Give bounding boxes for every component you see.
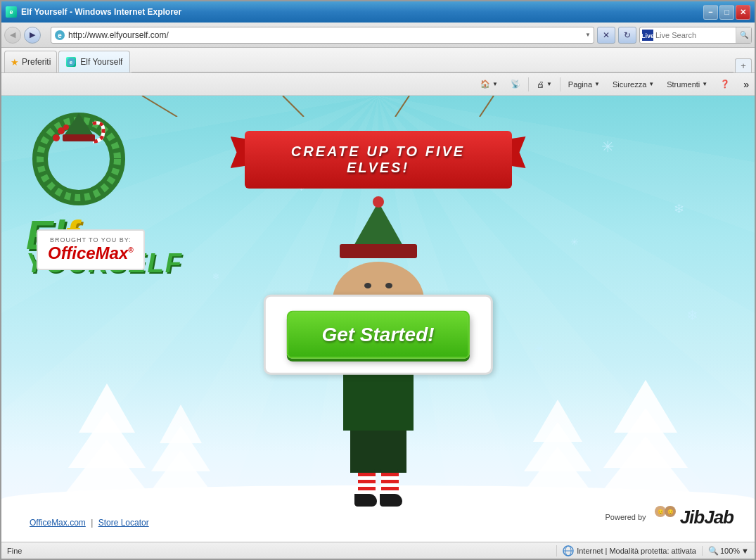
browser-tab[interactable]: e Elf Yourself bbox=[58, 51, 130, 72]
feeds-button[interactable]: 📡 bbox=[506, 77, 525, 91]
zone-text: Internet | Modalità protetta: attivata bbox=[577, 547, 696, 555]
svg-text:😊: 😊 bbox=[657, 509, 663, 515]
elf-eyes bbox=[364, 283, 392, 288]
elf-eye-left bbox=[364, 283, 371, 288]
svg-line-8 bbox=[395, 96, 409, 117]
jibjab-characters-icon: 😊 😊 bbox=[651, 503, 679, 531]
snowflake-3: ✳ bbox=[601, 138, 614, 156]
svg-line-7 bbox=[283, 96, 304, 117]
elf-sock-right bbox=[381, 473, 399, 494]
svg-text:😊: 😊 bbox=[667, 509, 673, 515]
svg-text:Live: Live bbox=[642, 32, 653, 39]
zoom-level: 100% bbox=[720, 547, 740, 555]
elf-shoe-left bbox=[354, 494, 377, 507]
title-bar-controls: − □ ✕ bbox=[703, 5, 750, 20]
powered-by-label: Powered by bbox=[606, 513, 646, 521]
title-bar: e Elf Yourself - Windows Internet Explor… bbox=[1, 1, 755, 23]
address-bar[interactable]: e ▼ bbox=[51, 27, 594, 44]
help-button[interactable]: ❓ bbox=[715, 77, 735, 91]
status-zone: Internet | Modalità protetta: attivata bbox=[556, 545, 696, 556]
jibjab-area: Powered by 😊 😊 JibJab bbox=[606, 503, 733, 531]
star-icon: ★ bbox=[11, 57, 19, 68]
navigation-bar: ◀ ▶ e ▼ ✕ ↻ Live 🔍 bbox=[1, 23, 755, 48]
elf-eye-right bbox=[385, 283, 392, 288]
content-area: ✳ ❄ ✳ ❄ ✳ ❄ ❄ ✳ bbox=[1, 96, 755, 542]
address-favicon: e bbox=[54, 30, 65, 41]
elf-shoes bbox=[354, 494, 402, 507]
new-tab-button[interactable]: + bbox=[735, 58, 752, 72]
jibjab-logo-text: JibJab bbox=[680, 507, 733, 528]
address-input[interactable] bbox=[68, 30, 582, 40]
favorites-label: Preferiti bbox=[22, 57, 51, 67]
live-search-icon: Live bbox=[640, 27, 655, 43]
get-started-button[interactable]: Get Started! bbox=[286, 311, 469, 359]
footer-links: OfficeMax.com | Store Locator bbox=[30, 518, 149, 528]
banner-text: CREATE UP TO FIVE ELVES! bbox=[245, 131, 512, 189]
ribbon-container: CREATE UP TO FIVE ELVES! bbox=[245, 131, 512, 189]
get-started-frame: Get Started! bbox=[263, 295, 492, 375]
back-button[interactable]: ◀ bbox=[4, 27, 21, 44]
elf-sock-left bbox=[358, 473, 376, 494]
registered-mark: ® bbox=[128, 246, 133, 254]
minimize-button[interactable]: − bbox=[703, 5, 718, 20]
svg-rect-16 bbox=[63, 134, 95, 141]
officemax-link[interactable]: OfficeMax.com bbox=[30, 518, 86, 528]
status-text: Fine bbox=[7, 547, 556, 555]
address-dropdown-icon[interactable]: ▼ bbox=[585, 32, 591, 38]
snowflake-8: ✳ bbox=[534, 342, 544, 355]
elf-hat bbox=[336, 202, 421, 265]
forward-button[interactable]: ▶ bbox=[24, 27, 41, 44]
page-button[interactable]: Pagina ▼ bbox=[563, 77, 605, 91]
wreath-svg bbox=[23, 110, 135, 222]
status-right: Internet | Modalità protetta: attivata 🔍… bbox=[556, 545, 749, 556]
tools-button[interactable]: Strumenti ▼ bbox=[662, 77, 712, 91]
favorites-button[interactable]: ★ Preferiti bbox=[4, 51, 57, 72]
svg-line-9 bbox=[480, 96, 494, 117]
status-zoom[interactable]: 🔍 100% ▼ bbox=[702, 546, 749, 556]
globe-icon bbox=[563, 545, 574, 556]
toolbar-expand-button[interactable]: » bbox=[743, 79, 749, 90]
status-bar: Fine Internet | Modalità protetta: attiv… bbox=[1, 542, 755, 559]
search-input[interactable] bbox=[655, 31, 736, 39]
elf-legs bbox=[350, 431, 406, 473]
hat-pom bbox=[373, 196, 384, 208]
search-go-button[interactable]: 🔍 bbox=[736, 27, 751, 43]
search-bar[interactable]: Live 🔍 bbox=[639, 27, 752, 44]
tree-right-1 bbox=[593, 380, 698, 503]
officemax-box: BROUGHT TO YOU BY: OfficeMax® bbox=[37, 229, 145, 270]
snowflake-4: ❄ bbox=[674, 201, 684, 217]
elf-leg-right bbox=[380, 431, 398, 473]
elf-shoe-right bbox=[380, 494, 402, 507]
ie-icon: e bbox=[6, 6, 17, 18]
toolbar-separator-2 bbox=[560, 77, 560, 91]
elf-socks bbox=[358, 473, 399, 494]
window-title: Elf Yourself - Windows Internet Explorer bbox=[21, 7, 181, 17]
hat-stripe bbox=[340, 244, 417, 258]
stop-button[interactable]: ✕ bbox=[597, 27, 615, 44]
officemax-logo: OfficeMax® bbox=[48, 243, 134, 263]
toolbar-separator-1 bbox=[528, 77, 529, 91]
tree-left-1 bbox=[58, 383, 156, 503]
brought-by-label: BROUGHT TO YOU BY: bbox=[48, 236, 134, 243]
snowflake-5: ✳ bbox=[570, 236, 579, 248]
security-button[interactable]: Sicurezza ▼ bbox=[608, 77, 659, 91]
maximize-button[interactable]: □ bbox=[719, 5, 734, 20]
title-bar-left: e Elf Yourself - Windows Internet Explor… bbox=[6, 6, 181, 18]
svg-text:e: e bbox=[70, 59, 73, 65]
zoom-dropdown-icon[interactable]: ▼ bbox=[741, 547, 749, 555]
store-locator-link[interactable]: Store Locator bbox=[98, 518, 149, 528]
home-button[interactable]: 🏠 ▼ bbox=[475, 77, 503, 91]
close-button[interactable]: ✕ bbox=[736, 5, 750, 20]
zoom-icon: 🔍 bbox=[708, 546, 719, 556]
banner-label: CREATE UP TO FIVE ELVES! bbox=[291, 144, 465, 175]
tab-label: Elf Yourself bbox=[80, 57, 122, 67]
jibjab-logo-area: 😊 😊 JibJab bbox=[651, 503, 733, 531]
svg-text:e: e bbox=[58, 32, 62, 39]
tab-bar: ★ Preferiti e Elf Yourself + bbox=[1, 48, 755, 73]
snowflake-7: ❄ bbox=[212, 272, 219, 281]
snowflake-6: ❄ bbox=[686, 307, 698, 324]
footer-separator: | bbox=[91, 518, 93, 528]
refresh-button[interactable]: ↻ bbox=[618, 27, 636, 44]
print-button[interactable]: 🖨 ▼ bbox=[532, 77, 557, 91]
elf-background: ✳ ❄ ✳ ❄ ✳ ❄ ❄ ✳ bbox=[1, 96, 755, 542]
